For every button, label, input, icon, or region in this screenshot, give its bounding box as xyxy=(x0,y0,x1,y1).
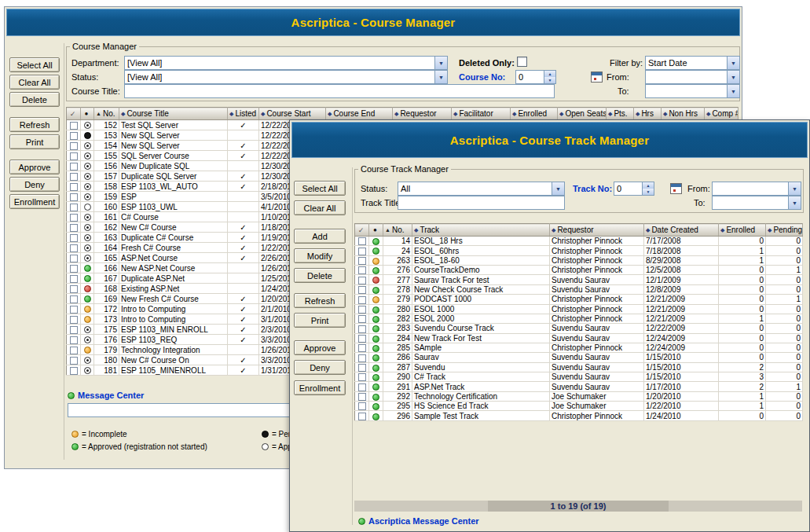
column-header-no-[interactable]: ▲No. xyxy=(383,224,412,237)
title-bar[interactable]: Ascriptica - Course Track Manager xyxy=(291,122,808,158)
message-center-link[interactable]: Ascriptica Message Center xyxy=(358,516,479,526)
row-checkbox[interactable] xyxy=(70,122,78,130)
chevron-down-icon[interactable]: ▼ xyxy=(727,71,739,83)
row-checkbox[interactable] xyxy=(70,336,78,344)
row-checkbox[interactable] xyxy=(358,413,366,420)
status-select[interactable]: All ▼ xyxy=(398,182,565,196)
spin-up-icon[interactable]: ▲ xyxy=(544,71,555,77)
row-checkbox[interactable] xyxy=(358,335,366,343)
table-row[interactable]: 285SAmpleChristopher Pinnock12/24/200900 xyxy=(355,343,803,352)
column-header-track[interactable]: ◆Track xyxy=(412,224,550,237)
cm-refresh-button[interactable]: Refresh xyxy=(9,117,60,132)
cm-enrollment-button[interactable]: Enrollment xyxy=(9,194,60,209)
row-checkbox[interactable] xyxy=(70,367,78,375)
row-checkbox[interactable] xyxy=(70,347,78,354)
message-center-link[interactable]: Message Center xyxy=(68,391,144,400)
row-checkbox[interactable] xyxy=(70,173,78,181)
column-header-course-end[interactable]: ◆Course End xyxy=(326,108,393,120)
cm-deny-button[interactable]: Deny xyxy=(9,177,60,192)
ctm-refresh-button[interactable]: Refresh xyxy=(294,293,346,308)
calendar-icon[interactable] xyxy=(670,183,682,194)
row-checkbox[interactable] xyxy=(358,344,366,352)
row-checkbox[interactable] xyxy=(358,383,366,391)
row-checkbox[interactable] xyxy=(70,214,78,222)
column-header-facilitator[interactable]: ◆Facilitator xyxy=(452,108,511,120)
ctm-print-button[interactable]: Print xyxy=(294,313,346,328)
ctm-delete-button[interactable]: Delete xyxy=(294,268,346,283)
row-checkbox[interactable] xyxy=(70,316,78,324)
chevron-down-icon[interactable]: ▼ xyxy=(788,196,801,209)
to-select[interactable]: ▼ xyxy=(712,196,801,210)
column-header-hrs[interactable]: ◆Hrs xyxy=(634,108,662,120)
column-header-no-[interactable]: ▲No. xyxy=(94,108,119,120)
row-checkbox[interactable] xyxy=(358,277,366,284)
chevron-down-icon[interactable]: ▼ xyxy=(788,182,801,195)
column-header-comp-[interactable]: ◆Comp # xyxy=(705,108,739,120)
ctm-add-button[interactable]: Add xyxy=(294,229,346,244)
ctm-modify-button[interactable]: Modify xyxy=(294,248,346,263)
chevron-down-icon[interactable]: ▼ xyxy=(434,71,447,83)
table-row[interactable]: 290C# TrackSuvendu Saurav1/15/201030 xyxy=(355,372,803,382)
row-checkbox[interactable] xyxy=(358,296,366,304)
table-row[interactable]: 296Sample Test TrackChristopher Pinnock1… xyxy=(355,411,803,420)
column-header-requestor[interactable]: ◆Requestor xyxy=(393,108,452,120)
ctm-approve-button[interactable]: Approve xyxy=(294,340,346,355)
filter-by-select[interactable]: Start Date ▼ xyxy=(645,56,740,70)
column-header-listed[interactable]: ◆Listed xyxy=(228,108,259,120)
column-header-non-hrs[interactable]: ◆Non Hrs xyxy=(662,108,705,120)
row-checkbox[interactable] xyxy=(70,152,78,160)
table-row[interactable]: 263ESOL_18-60Christopher Pinnock8/29/200… xyxy=(355,255,803,265)
row-checkbox[interactable] xyxy=(358,266,366,274)
course-no-spinner[interactable]: 0 ▲▼ xyxy=(515,70,556,84)
table-row[interactable]: 292Technology CertificationJoe Schumaker… xyxy=(355,391,803,401)
column-header-enrolled[interactable]: ◆Enrolled xyxy=(511,108,558,120)
column-header-course-title[interactable]: ◆Course Title xyxy=(119,108,228,120)
row-checkbox[interactable] xyxy=(358,393,366,401)
column-header-course-start[interactable]: ◆Course Start xyxy=(259,108,326,120)
table-row[interactable]: 287SuvenduSuvendu Saurav1/15/201020 xyxy=(355,362,803,372)
department-select[interactable]: [View All] ▼ xyxy=(124,56,448,70)
chevron-down-icon[interactable]: ▼ xyxy=(552,182,564,195)
table-row[interactable]: 286SauravSuvendu Saurav1/15/201000 xyxy=(355,353,803,362)
cm-select-all-button[interactable]: Select All xyxy=(9,57,60,72)
row-checkbox[interactable] xyxy=(70,326,78,334)
table-row[interactable]: 277Saurav Track For testSuvendu Saurav12… xyxy=(355,275,803,284)
row-checkbox[interactable] xyxy=(70,193,78,201)
row-checkbox[interactable] xyxy=(70,132,78,140)
to-select[interactable]: ▼ xyxy=(645,84,740,98)
column-header-requestor[interactable]: ◆Requestor xyxy=(550,224,644,237)
column-header-date-created[interactable]: ◆Date Created xyxy=(644,224,719,237)
row-checkbox[interactable] xyxy=(70,275,78,283)
table-row[interactable]: 284New Track For TestSuvendu Saurav12/24… xyxy=(355,333,803,343)
ctm-select-all-button[interactable]: Select All xyxy=(294,181,346,196)
table-row[interactable]: 282ESOL 2000Christopher Pinnock12/21/200… xyxy=(355,314,803,323)
table-row[interactable]: 283Suvendu Course TrackSuvendu Saurav12/… xyxy=(355,324,803,333)
row-checkbox[interactable] xyxy=(358,373,366,381)
chevron-down-icon[interactable]: ▼ xyxy=(727,57,739,69)
table-row[interactable]: 14ESOL_18 HrsChristopher Pinnock7/17/200… xyxy=(355,237,803,246)
row-checkbox[interactable] xyxy=(358,325,366,333)
ctm-enrollment-button[interactable]: Enrollment xyxy=(294,380,346,395)
cm-approve-button[interactable]: Approve xyxy=(9,160,60,174)
column-header-enrolled[interactable]: ◆Enrolled xyxy=(719,224,766,237)
table-row[interactable]: 280ESOL 1000Christopher Pinnock12/21/200… xyxy=(355,304,803,314)
table-row[interactable]: 279PODCAST 1000Christopher Pinnock12/21/… xyxy=(355,295,803,304)
row-checkbox[interactable] xyxy=(70,163,78,171)
ctm-deny-button[interactable]: Deny xyxy=(294,360,346,375)
deleted-only-checkbox[interactable] xyxy=(517,57,527,67)
column-header-dot[interactable]: ● xyxy=(369,224,383,237)
chevron-down-icon[interactable]: ▼ xyxy=(727,85,739,97)
row-checkbox[interactable] xyxy=(70,204,78,211)
column-header-check[interactable]: ✓ xyxy=(67,108,81,120)
calendar-icon[interactable] xyxy=(591,72,603,83)
cm-clear-all-button[interactable]: Clear All xyxy=(9,75,60,90)
chevron-down-icon[interactable]: ▼ xyxy=(434,57,447,69)
row-checkbox[interactable] xyxy=(70,224,78,232)
ctm-clear-all-button[interactable]: Clear All xyxy=(294,200,346,215)
row-checkbox[interactable] xyxy=(358,364,366,372)
row-checkbox[interactable] xyxy=(358,286,366,294)
row-checkbox[interactable] xyxy=(70,255,78,262)
row-checkbox[interactable] xyxy=(358,237,366,245)
status-select[interactable]: [View All] ▼ xyxy=(124,70,448,84)
cm-print-button[interactable]: Print xyxy=(9,134,60,149)
